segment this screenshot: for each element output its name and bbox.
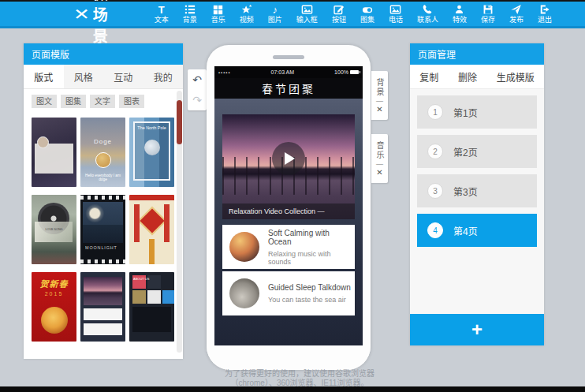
- person-icon: [454, 4, 464, 15]
- video-player[interactable]: Relaxation Video Collection —: [222, 114, 355, 219]
- tab-mine[interactable]: 我的: [143, 65, 184, 88]
- add-page-button[interactable]: +: [410, 314, 544, 345]
- text-icon: T: [158, 4, 165, 15]
- video-list-item-1[interactable]: Soft Calming with Ocean Relaxing music w…: [222, 225, 355, 269]
- save-button[interactable]: 保存: [474, 2, 502, 26]
- tool-label: 图集: [360, 16, 374, 24]
- tool-inputbox-button[interactable]: 输入框: [289, 2, 325, 26]
- thumbnail-caption: Doge: [80, 138, 125, 145]
- undo-button[interactable]: ↶: [188, 69, 207, 90]
- music-note-icon: ♪: [273, 4, 278, 15]
- phone-speaker-slot: [273, 55, 304, 59]
- tool-music-button[interactable]: 音乐: [204, 2, 233, 26]
- video-item-thumbnail: [229, 232, 259, 262]
- tool-label: 背景: [183, 16, 197, 24]
- top-toolbar: ✕ 微场景 T 文本 背景 音乐 视频 ♪ 图片: [0, 0, 585, 26]
- tool-effects-button[interactable]: 特效: [445, 2, 474, 26]
- tool-label: 联系人: [417, 16, 438, 24]
- phone-chin: [207, 345, 371, 370]
- filter-text[interactable]: 文字: [90, 95, 115, 108]
- page-item-2[interactable]: 2 第2页: [417, 135, 537, 168]
- template-thumbnail-north-pole[interactable]: The North Pole: [129, 118, 174, 187]
- pages-panel-header: 页面管理: [410, 43, 544, 65]
- tool-image-button[interactable]: ♪ 图片: [261, 2, 289, 26]
- video-list-item-2[interactable]: Guided Sleep Talkdown You can taste the …: [222, 271, 355, 315]
- template-thumbnail-love-song[interactable]: LOVE SONG: [32, 195, 76, 264]
- delete-page-button[interactable]: 删除: [453, 69, 482, 84]
- page-title: 春节团聚: [214, 78, 363, 99]
- templates-panel: 页面模版 版式 风格 互动 我的 图文 图集 文字 图表 Doge Hello …: [24, 43, 183, 359]
- tool-gallery-button[interactable]: 图集: [353, 2, 382, 26]
- template-tabs: 版式 风格 互动 我的: [24, 65, 183, 89]
- template-thumbnail-moonlight[interactable]: MOONLIGHT: [80, 195, 125, 264]
- battery-indicator: 100%: [334, 69, 359, 75]
- grid-icon: [213, 4, 223, 15]
- layer-tab-music[interactable]: 音乐 — ✕: [371, 134, 388, 183]
- copy-page-button[interactable]: 复制: [415, 69, 443, 84]
- close-icon[interactable]: ✕: [376, 106, 382, 114]
- undo-icon: ↶: [192, 73, 202, 86]
- tool-button-widget-button[interactable]: 按钮: [325, 2, 353, 26]
- close-icon[interactable]: ✕: [376, 169, 382, 177]
- tool-label: 输入框: [296, 16, 318, 24]
- template-thumbnail-new-year-couplets[interactable]: [129, 195, 174, 264]
- filter-image-text[interactable]: 图文: [32, 95, 57, 108]
- page-item-label: 第1页: [453, 106, 478, 119]
- page-number-badge: 2: [427, 144, 443, 159]
- thumbnail-caption: 贺新春: [32, 277, 76, 289]
- tool-label: 音乐: [211, 16, 225, 24]
- video-item-title: Guided Sleep Talkdown: [268, 283, 351, 292]
- tool-phone-button[interactable]: 电话: [382, 2, 410, 26]
- page-number-badge: 3: [427, 183, 443, 199]
- generate-template-button[interactable]: 生成模版: [492, 69, 539, 84]
- tool-video-button[interactable]: 视频: [233, 2, 261, 26]
- redo-icon: ↷: [192, 94, 202, 106]
- tool-label: 图片: [268, 16, 282, 24]
- template-thumbnail-he-xin-chun[interactable]: 贺新春 2015: [32, 272, 76, 342]
- tab-layout[interactable]: 版式: [24, 65, 64, 88]
- picture-icon: [389, 4, 401, 15]
- layer-tab-label: 音乐: [374, 141, 386, 160]
- layer-tab-background[interactable]: 背景 — ✕: [371, 71, 388, 120]
- tool-background-button[interactable]: 背景: [176, 2, 204, 26]
- page-item-3[interactable]: 3 第3页: [417, 174, 537, 207]
- page-item-4-active[interactable]: 4 第4页: [417, 214, 537, 247]
- undo-redo-panel: ↶ ↷: [188, 69, 207, 110]
- toolbar-right-group: 保存 发布 退出: [474, 2, 559, 26]
- filter-chart[interactable]: 图表: [119, 95, 144, 108]
- exit-button[interactable]: 退出: [531, 2, 559, 26]
- tool-label: 特效: [453, 16, 467, 24]
- tool-label: 按钮: [332, 16, 346, 24]
- template-thumbnail-about-us[interactable]: ABOUT US: [129, 272, 174, 342]
- template-thumbnail-profile-card[interactable]: [32, 118, 76, 187]
- template-thumbnail-video-collection[interactable]: [80, 272, 125, 342]
- thumbnail-caption: ABOUT US: [133, 277, 149, 281]
- phone-screen: ••••• 07:03 AM 100% 春节团聚 Relaxation Vide…: [214, 66, 363, 345]
- phone-page-content: Relaxation Video Collection — Soft Calmi…: [214, 99, 363, 345]
- app-root: ✕ 微场景 T 文本 背景 音乐 视频 ♪ 图片: [0, 0, 585, 392]
- minimize-icon[interactable]: —: [376, 162, 383, 167]
- tool-label: 保存: [481, 16, 495, 24]
- templates-scrollbar-thumb[interactable]: [177, 100, 182, 144]
- publish-button[interactable]: 发布: [502, 2, 531, 26]
- page-item-label: 第2页: [453, 145, 478, 159]
- app-logo[interactable]: ✕ 微场景: [75, 0, 110, 46]
- page-number-badge: 1: [427, 104, 443, 120]
- tool-label: 退出: [538, 16, 552, 24]
- tab-interactive[interactable]: 互动: [103, 65, 143, 88]
- tab-style[interactable]: 风格: [64, 65, 104, 88]
- tool-contacts-button[interactable]: 联系人: [410, 2, 445, 26]
- tool-label: 视频: [240, 16, 254, 24]
- template-thumbnail-doge[interactable]: Doge Hello everybody I am doge: [80, 118, 125, 187]
- minimize-icon[interactable]: —: [376, 99, 383, 104]
- redo-button[interactable]: ↷: [188, 90, 207, 110]
- page-item-label: 第3页: [453, 185, 478, 198]
- page-item-label: 第4页: [453, 224, 478, 237]
- status-time: 07:03 AM: [231, 69, 335, 75]
- page-item-1[interactable]: 1 第1页: [417, 95, 537, 129]
- templates-scrollbar[interactable]: [177, 91, 182, 353]
- filter-gallery[interactable]: 图集: [61, 95, 86, 108]
- video-item-subtitle: You can taste the sea air: [268, 296, 351, 304]
- tool-text-button[interactable]: T 文本: [147, 2, 176, 26]
- thumbnail-caption: LOVE SONG: [37, 227, 71, 231]
